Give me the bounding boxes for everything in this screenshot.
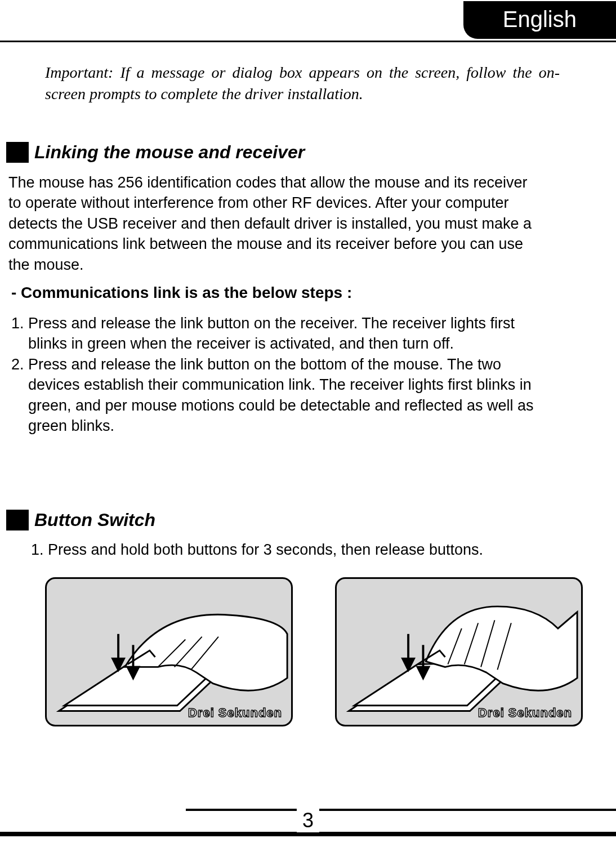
section-heading-linking: Linking the mouse and receiver xyxy=(6,142,305,163)
footer-line-thin xyxy=(186,809,616,811)
hand-mouse-icon xyxy=(337,579,581,725)
section1-steps-list: Press and release the link button on the… xyxy=(8,313,557,436)
page-number: 3 xyxy=(297,809,319,832)
illustration-label: Drei Sekunden xyxy=(478,706,572,720)
header-line xyxy=(0,41,616,42)
important-note: Important: If a message or dialog box ap… xyxy=(45,62,560,105)
heading-text: Linking the mouse and receiver xyxy=(34,142,305,163)
bullet-box-icon xyxy=(6,510,29,530)
illustrations-row: Drei Sekunden Drei Sekunden xyxy=(45,577,599,726)
section1-subheading: - Communications link is as the below st… xyxy=(11,284,352,302)
section-heading-button-switch: Button Switch xyxy=(6,510,155,530)
section2-steps-list: Press and hold both buttons for 3 second… xyxy=(28,540,588,560)
hand-mouse-icon xyxy=(47,579,291,725)
bullet-box-icon xyxy=(6,142,29,163)
section1-body: The mouse has 256 identification codes t… xyxy=(8,172,532,275)
list-item: Press and release the link button on the… xyxy=(28,354,557,436)
list-item: Press and release the link button on the… xyxy=(28,313,557,354)
language-tab: English xyxy=(463,1,616,39)
list-item: Press and hold both buttons for 3 second… xyxy=(48,540,588,560)
illustration-label: Drei Sekunden xyxy=(188,706,282,720)
illustration-right: Drei Sekunden xyxy=(335,577,583,726)
heading-text: Button Switch xyxy=(34,510,155,530)
footer-line-thick xyxy=(0,832,616,836)
illustration-left: Drei Sekunden xyxy=(45,577,293,726)
